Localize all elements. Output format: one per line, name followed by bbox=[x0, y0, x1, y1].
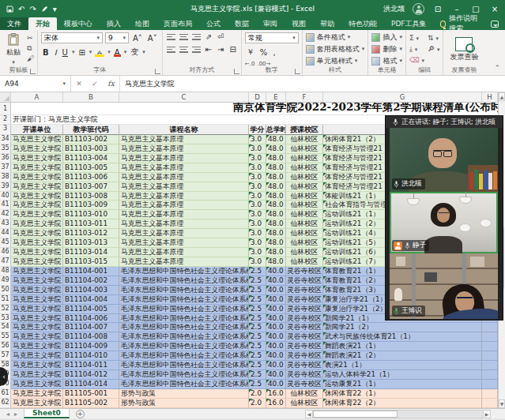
cell[interactable]: 仙林校区 bbox=[286, 248, 323, 257]
cell[interactable]: 舞蹈表演21（2） bbox=[323, 351, 482, 361]
cell[interactable]: 48.0 bbox=[266, 219, 286, 229]
cell[interactable]: 马克思主义学院 bbox=[11, 229, 63, 238]
row-number[interactable]: 54 bbox=[0, 323, 11, 332]
name-box[interactable]: A94 ▾ bbox=[0, 76, 71, 92]
cell[interactable]: B11104-011 bbox=[63, 361, 119, 370]
cell[interactable]: 毛泽东思想和中国特色社会主义理论体系概论 bbox=[119, 342, 249, 351]
sheet-tab-active[interactable]: Sheet0 bbox=[24, 409, 70, 418]
cell[interactable]: 马克思主义学院 bbox=[11, 135, 63, 144]
cell[interactable]: B11103-015 bbox=[63, 257, 119, 267]
qat-dropdown-icon[interactable]: ▾ bbox=[53, 5, 57, 13]
cell[interactable]: 仙林校区 bbox=[286, 154, 323, 163]
cell[interactable] bbox=[482, 342, 498, 351]
alignment-dialog-launcher[interactable] bbox=[234, 69, 239, 74]
cell[interactable]: 马克思主义学院 bbox=[11, 332, 63, 342]
ribbon-tab-6[interactable]: 公式 bbox=[199, 17, 228, 30]
scroll-up-icon[interactable]: ▲ bbox=[499, 92, 505, 101]
ribbon-tab-1[interactable]: 开始 bbox=[28, 17, 57, 30]
cell[interactable]: 2.5 bbox=[249, 314, 266, 324]
row-number[interactable]: 55 bbox=[0, 332, 11, 342]
format-as-table-button[interactable]: 套用表格格式▾ bbox=[306, 44, 365, 54]
conditional-formatting-button[interactable]: 条件格式▾ bbox=[306, 32, 365, 43]
cell[interactable]: 马克思主义基本原理 bbox=[119, 163, 249, 173]
cell[interactable]: B11104-001 bbox=[63, 267, 119, 276]
align-center-icon[interactable] bbox=[179, 46, 189, 54]
ribbon-tab-2[interactable]: 模板中心 bbox=[57, 17, 100, 30]
cell[interactable]: 毛泽东思想和中国特色社会主义理论体系概论 bbox=[119, 323, 249, 332]
cell[interactable]: 马克思主义基本原理 bbox=[119, 154, 249, 163]
cell[interactable]: 新闻学21（2） bbox=[323, 323, 482, 332]
format-painter-icon[interactable]: 🖌︎ bbox=[27, 54, 34, 62]
cell[interactable]: B11103-010 bbox=[63, 210, 119, 219]
column-header-A[interactable]: A bbox=[11, 92, 63, 102]
header-cell[interactable]: 学分 bbox=[249, 125, 266, 135]
cell[interactable]: 毛泽东思想和中国特色社会主义理论体系概论 bbox=[119, 286, 249, 295]
new-sheet-button[interactable]: + bbox=[76, 410, 85, 418]
cell[interactable]: 仙林校区 bbox=[286, 219, 323, 229]
clipboard-dialog-launcher[interactable] bbox=[30, 69, 36, 74]
paste-button[interactable]: 粘贴 ▾ bbox=[3, 32, 24, 66]
cell[interactable]: 2.0 bbox=[249, 389, 266, 399]
font-dialog-launcher[interactable] bbox=[155, 69, 160, 74]
cell[interactable]: 3.0 bbox=[249, 238, 266, 248]
cell[interactable]: 灵谷寺校区 bbox=[286, 332, 323, 342]
cell[interactable]: 灵谷寺校区 bbox=[286, 295, 323, 305]
cell[interactable]: 毛泽东思想和中国特色社会主义理论体系概论 bbox=[119, 314, 249, 324]
row-number[interactable]: 53 bbox=[0, 314, 11, 324]
confirm-entry-icon[interactable]: ✓ bbox=[92, 80, 98, 88]
cell[interactable]: 2.5 bbox=[249, 332, 266, 342]
cell[interactable]: 马克思主义学院 bbox=[11, 361, 63, 370]
ribbon-display-options-icon[interactable]: ⊡ bbox=[432, 5, 443, 13]
row-number[interactable]: 56 bbox=[0, 342, 11, 351]
cell[interactable]: B11104-002 bbox=[63, 276, 119, 286]
cell[interactable]: 40.0 bbox=[266, 361, 286, 370]
cell[interactable]: 灵谷寺校区 bbox=[286, 351, 323, 361]
cell[interactable]: 武术与民族传统体育21（1） bbox=[323, 332, 482, 342]
cell[interactable]: B11105-001 bbox=[63, 389, 119, 399]
cell[interactable]: 2.5 bbox=[249, 286, 266, 295]
grow-font-button[interactable]: A˄ bbox=[131, 34, 144, 43]
cell[interactable]: 灵谷寺校区 bbox=[286, 342, 323, 351]
align-bottom-icon[interactable] bbox=[191, 33, 202, 41]
select-all-corner[interactable] bbox=[0, 92, 11, 102]
cell[interactable]: 40.0 bbox=[266, 370, 286, 380]
cell[interactable]: 3.0 bbox=[249, 154, 266, 163]
cell[interactable]: 马克思主义基本原理 bbox=[119, 144, 249, 154]
cell[interactable]: 3.0 bbox=[249, 173, 266, 182]
cell[interactable]: 马克思主义基本原理 bbox=[119, 229, 249, 238]
merge-center-button[interactable]: ⊟ bbox=[228, 45, 237, 54]
cell[interactable]: 40.0 bbox=[266, 314, 286, 324]
header-cell[interactable]: 教学班代码 bbox=[63, 125, 119, 135]
cell[interactable]: B11103-003 bbox=[63, 144, 119, 154]
cell[interactable]: 灵谷寺校区 bbox=[286, 323, 323, 332]
horizontal-scroll-thumb[interactable] bbox=[313, 411, 398, 418]
cell[interactable]: B11103-007 bbox=[63, 182, 119, 192]
cell[interactable]: 40.0 bbox=[266, 286, 286, 295]
underline-button[interactable]: U bbox=[61, 48, 70, 57]
row-number[interactable]: 38 bbox=[0, 173, 11, 182]
cell[interactable]: 毛泽东思想和中国特色社会主义理论体系概论 bbox=[119, 351, 249, 361]
cell[interactable]: 40.0 bbox=[266, 267, 286, 276]
cell[interactable]: 马克思主义基本原理 bbox=[119, 201, 249, 210]
cell[interactable]: 48.0 bbox=[266, 257, 286, 267]
horizontal-scrollbar[interactable]: ◀ ▶ bbox=[305, 410, 491, 418]
cell-title[interactable]: 南京体育学院2022-2023学年第2学期课程清单(公布时间 bbox=[11, 103, 498, 115]
cell[interactable]: 马克思主义学院 bbox=[11, 389, 63, 399]
row-number[interactable]: 41 bbox=[0, 201, 11, 210]
cell[interactable]: 灵谷寺校区 bbox=[286, 370, 323, 380]
cell[interactable]: 马克思主义学院 bbox=[11, 399, 63, 408]
row-number[interactable]: 34 bbox=[0, 135, 11, 144]
cell[interactable]: 3.0 bbox=[249, 144, 266, 154]
cell[interactable]: 仙林校区 bbox=[286, 182, 323, 192]
column-header-B[interactable]: B bbox=[63, 92, 119, 102]
orientation-button[interactable]: ⇗ bbox=[204, 32, 213, 41]
ribbon-tab-8[interactable]: 审阅 bbox=[256, 17, 285, 30]
collapse-ribbon-icon[interactable]: ⌃ bbox=[494, 64, 500, 72]
cell[interactable]: B11104-005 bbox=[63, 305, 119, 314]
row-number[interactable]: 50 bbox=[0, 286, 11, 295]
cell[interactable]: 马克思主义学院 bbox=[11, 210, 63, 219]
cell[interactable] bbox=[482, 370, 498, 380]
cell[interactable]: 马克思主义学院 bbox=[11, 276, 63, 286]
cell[interactable]: 灵谷寺校区 bbox=[286, 314, 323, 324]
cell[interactable]: 2.5 bbox=[249, 342, 266, 351]
